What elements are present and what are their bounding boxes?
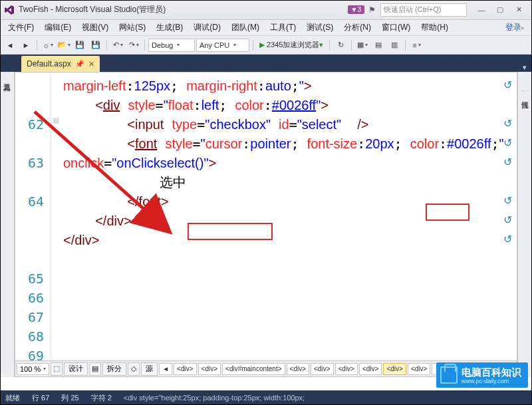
- title-bar: TwoFish - Microsoft Visual Studio(管理员) ▼…: [0, 0, 532, 20]
- run-button[interactable]: ▶2345加速浏览器 ▾: [257, 38, 326, 53]
- nav-fwd-button[interactable]: ►: [19, 38, 33, 53]
- quick-action-icon[interactable]: ↺: [502, 156, 513, 167]
- breadcrumb-item[interactable]: <div>: [174, 363, 196, 375]
- undo-button[interactable]: ↶: [110, 38, 125, 53]
- line-number: 65: [15, 269, 51, 289]
- save-all-button[interactable]: 💾: [88, 38, 103, 53]
- status-char: 字符 2: [91, 393, 112, 403]
- watermark-logo-icon: [440, 366, 458, 384]
- close-button[interactable]: ✕: [509, 3, 528, 17]
- sign-in-link[interactable]: 登录 ▫: [500, 21, 529, 35]
- status-path: <div style="height:25px; padding-top:25p…: [124, 394, 527, 402]
- menu-tools[interactable]: 工具(T): [265, 21, 301, 35]
- status-line: 行 67: [32, 393, 49, 403]
- line-number: 69: [15, 346, 51, 360]
- breadcrumb-item[interactable]: <div>: [311, 363, 333, 375]
- browser-link-icon[interactable]: ↻: [333, 38, 348, 53]
- menu-bar: 文件(F) 编辑(E) 视图(V) 网站(S) 生成(B) 调试(D) 团队(M…: [0, 20, 532, 36]
- extra-button-1[interactable]: ▦: [355, 38, 370, 53]
- pin-icon[interactable]: 📌: [75, 60, 84, 68]
- quick-action-icon[interactable]: ↺: [502, 233, 513, 244]
- config-combo[interactable]: Debug: [148, 39, 195, 52]
- menu-debug[interactable]: 调试(D): [188, 21, 226, 35]
- quick-launch-input[interactable]: 快速启动 (Ctrl+Q): [380, 3, 467, 17]
- extra-button-3[interactable]: ▥: [387, 38, 402, 53]
- menu-build[interactable]: 生成(B): [151, 21, 188, 35]
- file-tab-default-aspx[interactable]: Default.aspx 📌 ✕: [21, 56, 100, 72]
- view-source-button[interactable]: 源: [141, 362, 158, 376]
- fold-toggle-icon[interactable]: ⊟: [51, 111, 61, 130]
- line-number: 62: [15, 115, 51, 134]
- team-explorer-tab[interactable]: 团队资源管理器: [519, 82, 531, 90]
- breadcrumb-item[interactable]: <div>: [408, 363, 430, 375]
- right-tool-rail: 解决方案资源管理器 团队资源管理器 属性: [517, 72, 532, 377]
- status-col: 列 25: [61, 393, 78, 403]
- vs-logo-icon: [4, 5, 15, 15]
- line-number: 67: [15, 308, 51, 327]
- notification-badge[interactable]: ▼3: [348, 5, 364, 14]
- view-design-button[interactable]: 设计: [64, 362, 88, 376]
- minimize-button[interactable]: —: [472, 3, 491, 17]
- code-area[interactable]: margin-left:125px; margin-right:auto;"> …: [61, 72, 517, 360]
- main-toolbar: ◄ ► ☼ 📂 💾 💾 ↶ ↷ Debug Any CPU ▶2345加速浏览器…: [0, 36, 532, 55]
- status-bar: 就绪 行 67 列 25 字符 2 <div style="height:25p…: [0, 390, 532, 405]
- breadcrumb-item[interactable]: <div#maincontent>: [222, 363, 285, 375]
- restore-button[interactable]: ▢: [491, 3, 509, 17]
- format-button[interactable]: ≡: [409, 38, 424, 53]
- code-editor: 62 63 64 65 66 67 68 69 ⊟ margin-left:12…: [15, 72, 517, 377]
- breadcrumb-prev[interactable]: ◄: [159, 363, 172, 375]
- quick-action-icon[interactable]: ↺: [502, 214, 513, 225]
- view-source-icon[interactable]: ◇: [128, 362, 140, 376]
- left-tool-rail: 工具箱: [0, 72, 15, 377]
- line-number-gutter: 62 63 64 65 66 67 68 69: [15, 72, 51, 360]
- quick-action-icon[interactable]: ↺: [502, 195, 513, 205]
- tab-close-icon[interactable]: ✕: [88, 60, 94, 68]
- menu-window[interactable]: 窗口(W): [376, 21, 416, 35]
- new-project-button[interactable]: ☼: [41, 38, 55, 53]
- properties-tab[interactable]: 属性: [519, 92, 531, 100]
- solution-explorer-tab[interactable]: 解决方案资源管理器: [519, 73, 531, 81]
- redo-button[interactable]: ↷: [126, 38, 141, 53]
- view-split-icon[interactable]: ▤: [89, 362, 101, 376]
- view-design-icon[interactable]: ⬚: [51, 362, 63, 376]
- watermark: 电脑百科知识 www.pc-daily.com: [436, 362, 528, 388]
- menu-team[interactable]: 团队(M): [226, 21, 265, 35]
- status-ready: 就绪: [5, 393, 20, 403]
- tab-overflow-icon[interactable]: ▾: [523, 63, 527, 72]
- zoom-combo[interactable]: 100 %: [17, 363, 49, 375]
- breadcrumb-item[interactable]: <div>: [287, 363, 309, 375]
- menu-test[interactable]: 测试(S): [301, 21, 338, 35]
- open-button[interactable]: 📂: [57, 38, 71, 53]
- menu-view[interactable]: 视图(V): [76, 21, 114, 35]
- menu-analyze[interactable]: 分析(N): [338, 21, 376, 35]
- extra-button-2[interactable]: ▤: [371, 38, 386, 53]
- file-tab-label: Default.aspx: [27, 59, 71, 68]
- toolbox-tab[interactable]: 工具箱: [1, 74, 13, 82]
- nav-back-button[interactable]: ◄: [3, 38, 17, 53]
- view-split-button[interactable]: 拆分: [102, 362, 126, 376]
- platform-combo[interactable]: Any CPU: [196, 39, 249, 52]
- document-tab-strip: Default.aspx 📌 ✕ ▾: [0, 55, 532, 72]
- line-number: 66: [15, 289, 51, 308]
- menu-file[interactable]: 文件(F): [3, 21, 39, 35]
- feedback-icon[interactable]: ⚑: [367, 5, 376, 15]
- window-controls: — ▢ ✕: [472, 3, 528, 17]
- breadcrumb-item[interactable]: <div>: [335, 363, 358, 375]
- line-number: 64: [15, 192, 51, 211]
- save-button[interactable]: 💾: [72, 38, 87, 53]
- menu-help[interactable]: 帮助(H): [416, 21, 454, 35]
- line-number: 68: [15, 327, 51, 346]
- menu-website[interactable]: 网站(S): [114, 21, 151, 35]
- line-number: 63: [15, 154, 51, 173]
- breadcrumb-item[interactable]: <div>: [359, 363, 382, 375]
- menu-edit[interactable]: 编辑(E): [39, 21, 76, 35]
- quick-action-icon[interactable]: ↺: [502, 118, 513, 128]
- quick-action-icon[interactable]: ↺: [502, 79, 513, 90]
- window-title: TwoFish - Microsoft Visual Studio(管理员): [19, 4, 166, 15]
- quick-action-icon[interactable]: ↺: [502, 137, 513, 148]
- breadcrumb-item[interactable]: <div>: [198, 363, 221, 375]
- fold-column: ⊟: [51, 72, 61, 360]
- breadcrumb-item-selected[interactable]: <div>: [383, 363, 406, 375]
- watermark-text: 电脑百科知识: [462, 366, 521, 379]
